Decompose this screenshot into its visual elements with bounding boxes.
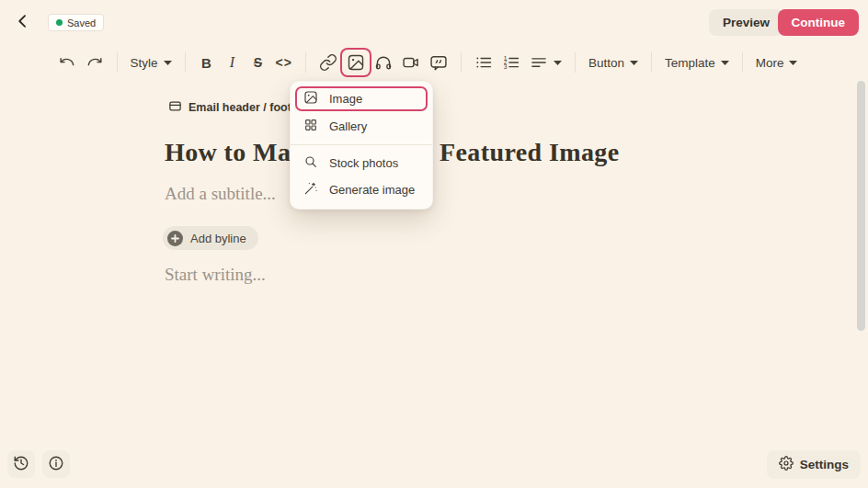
- settings-label: Settings: [800, 458, 849, 471]
- search-icon: [303, 154, 318, 172]
- numbered-list-icon: 123: [502, 53, 520, 72]
- chevron-left-icon: [14, 12, 32, 33]
- bullet-list-icon: [474, 53, 493, 72]
- menu-item-stock-photos[interactable]: Stock photos: [291, 150, 432, 176]
- gear-icon: [779, 456, 794, 473]
- bullet-list-button[interactable]: [470, 50, 497, 75]
- link-icon: [319, 53, 337, 72]
- menu-item-label: Generate image: [329, 183, 415, 197]
- gallery-grid-icon: [303, 118, 318, 135]
- speech-bubble-icon: [429, 53, 448, 72]
- strikethrough-button[interactable]: S: [246, 50, 271, 75]
- svg-text:3: 3: [504, 63, 508, 70]
- toolbar-divider: [461, 52, 462, 73]
- chevron-down-icon: [630, 61, 638, 65]
- email-header-footer-label: Email header / footer: [188, 101, 303, 114]
- style-dropdown-label: Style: [131, 56, 158, 70]
- scrollbar-thumb[interactable]: [857, 81, 865, 331]
- code-glyph: <>: [276, 55, 292, 70]
- alignment-dropdown[interactable]: [525, 50, 566, 75]
- toolbar-divider: [185, 52, 186, 73]
- menu-item-label: Image: [329, 92, 362, 106]
- chevron-down-icon: [789, 61, 797, 65]
- image-button[interactable]: [342, 50, 370, 75]
- post-title-left[interactable]: How to Mak: [165, 138, 305, 167]
- version-history-button[interactable]: [7, 450, 35, 478]
- menu-item-image[interactable]: Image: [295, 86, 428, 111]
- image-icon: [303, 90, 318, 108]
- button-dropdown-label: Button: [588, 56, 624, 70]
- headphones-icon: [374, 53, 393, 72]
- video-camera-icon: [402, 53, 420, 72]
- toolbar-divider: [651, 52, 652, 73]
- strikethrough-glyph: S: [254, 55, 262, 70]
- undo-icon: [58, 53, 76, 72]
- template-dropdown-label: Template: [665, 56, 715, 70]
- audio-button[interactable]: [370, 50, 397, 75]
- numbered-list-button[interactable]: 123: [497, 50, 525, 75]
- more-dropdown-label: More: [756, 56, 784, 70]
- settings-button[interactable]: Settings: [767, 450, 861, 479]
- toolbar-divider: [575, 52, 576, 73]
- save-status-badge: Saved: [48, 14, 104, 31]
- video-button[interactable]: [397, 50, 425, 75]
- menu-item-generate-image[interactable]: Generate image: [291, 176, 432, 203]
- link-button[interactable]: [314, 50, 342, 75]
- italic-glyph: I: [230, 54, 234, 71]
- save-status-label: Saved: [67, 17, 96, 28]
- body-placeholder[interactable]: Start writing...: [165, 265, 266, 285]
- style-dropdown[interactable]: Style: [126, 50, 177, 75]
- align-left-icon: [530, 53, 548, 72]
- undo-button[interactable]: [53, 50, 81, 75]
- menu-item-label: Stock photos: [329, 156, 398, 170]
- italic-button[interactable]: I: [220, 50, 246, 75]
- toolbar-divider: [742, 52, 743, 73]
- quote-bubble-button[interactable]: [425, 50, 452, 75]
- bold-button[interactable]: B: [194, 50, 220, 75]
- info-icon: [48, 455, 64, 474]
- chevron-down-icon: [721, 61, 729, 65]
- magic-wand-icon: [303, 181, 318, 199]
- toolbar-divider: [117, 52, 118, 73]
- menu-divider: [291, 144, 432, 145]
- add-byline-label: Add byline: [190, 232, 246, 245]
- history-icon: [13, 455, 29, 474]
- bold-glyph: B: [201, 55, 211, 71]
- email-header-icon: [168, 99, 182, 116]
- saved-dot-icon: [56, 19, 63, 26]
- preview-button[interactable]: Preview: [709, 9, 783, 36]
- image-icon: [347, 53, 365, 72]
- menu-item-gallery[interactable]: Gallery: [291, 113, 432, 140]
- info-button[interactable]: [42, 450, 70, 478]
- insert-image-menu: Image Gallery Stock photos Generate imag…: [290, 81, 433, 210]
- post-title-right[interactable]: Featured Image: [440, 138, 620, 167]
- redo-button[interactable]: [81, 50, 108, 75]
- toolbar-divider: [305, 52, 306, 73]
- code-button[interactable]: <>: [271, 50, 297, 75]
- button-dropdown[interactable]: Button: [584, 50, 643, 75]
- back-button[interactable]: [11, 10, 35, 34]
- add-byline-button[interactable]: Add byline: [163, 226, 258, 250]
- email-editor-app: Saved Preview Continue Style B I S <>: [0, 0, 868, 488]
- menu-item-label: Gallery: [329, 119, 367, 133]
- email-header-footer-toggle[interactable]: Email header / footer: [168, 99, 303, 116]
- more-dropdown[interactable]: More: [751, 50, 803, 75]
- redo-icon: [86, 53, 104, 72]
- template-dropdown[interactable]: Template: [660, 50, 734, 75]
- formatting-toolbar: Style B I S <> 123: [0, 48, 855, 77]
- plus-icon: [167, 231, 183, 246]
- subtitle-placeholder[interactable]: Add a subtitle...: [165, 184, 276, 204]
- continue-button[interactable]: Continue: [778, 9, 860, 36]
- chevron-down-icon: [164, 61, 172, 65]
- chevron-down-icon: [554, 61, 562, 65]
